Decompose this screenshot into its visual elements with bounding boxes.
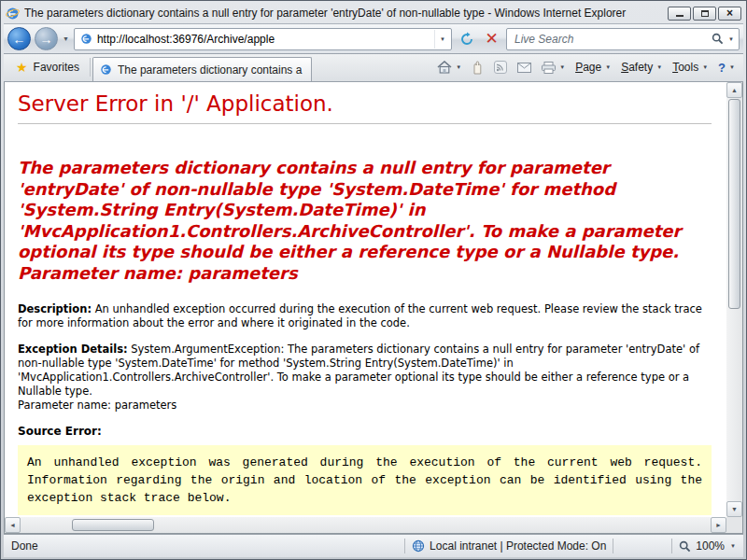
chevron-down-icon: ▼ — [456, 64, 461, 70]
maximize-button[interactable] — [693, 7, 716, 21]
favorites-star-icon: ★ — [16, 61, 28, 74]
status-text: Done — [11, 539, 398, 553]
ie-window: The parameters dictionary contains a nul… — [0, 0, 747, 560]
tools-menu-button[interactable]: Tools ▼ — [668, 57, 712, 77]
window-title: The parameters dictionary contains a nul… — [24, 7, 663, 20]
forward-button[interactable]: → — [35, 27, 58, 50]
exception-details-section: Exception Details: System.ArgumentExcept… — [18, 343, 712, 413]
search-icon[interactable] — [712, 33, 724, 45]
minimize-icon — [676, 15, 684, 17]
chevron-down-icon: ▼ — [656, 64, 662, 70]
separator — [671, 539, 672, 553]
refresh-button[interactable] — [456, 28, 477, 50]
tab-ie-icon — [100, 63, 112, 76]
maximize-icon — [701, 10, 709, 17]
tools-menu-label: Tools — [672, 61, 698, 74]
read-mail-button[interactable] — [513, 57, 536, 77]
description-section: Description: An unhandled exception occu… — [18, 302, 712, 330]
safety-menu-button[interactable]: Safety ▼ — [616, 57, 667, 77]
browser-viewport: Server Error in '/' Application. The par… — [4, 82, 743, 534]
separator — [404, 539, 405, 553]
description-label: Description: — [18, 302, 92, 315]
forward-arrow-icon: → — [40, 32, 53, 47]
chevron-down-icon: ▼ — [559, 64, 565, 70]
scroll-down-button[interactable]: ▼ — [726, 501, 742, 517]
tab-title: The parameters dictionary contains a ... — [118, 63, 304, 77]
page-menu-button[interactable]: Page ▼ — [571, 57, 615, 77]
search-box[interactable]: Live Search ▼ — [506, 28, 740, 50]
navigation-bar: ← → ▼ http://localhost:36976/Archive/app… — [4, 23, 743, 54]
mail-icon — [517, 63, 531, 73]
rss-feed-icon — [494, 61, 507, 74]
address-bar[interactable]: http://localhost:36976/Archive/apple ▼ — [74, 28, 452, 50]
home-button[interactable]: ▼ — [432, 57, 466, 77]
scroll-up-icon: ▲ — [731, 87, 738, 93]
help-button[interactable]: ? ▼ — [713, 57, 740, 77]
page-title: Server Error in '/' Application. — [18, 91, 712, 116]
error-page: Server Error in '/' Application. The par… — [5, 82, 726, 517]
active-tab[interactable]: The parameters dictionary contains a ... — [92, 57, 312, 81]
scroll-left-icon: ◄ — [9, 522, 16, 528]
minimize-button[interactable] — [668, 7, 691, 21]
ie-logo-icon — [6, 7, 20, 21]
scroll-right-button[interactable]: ► — [711, 517, 726, 533]
security-zone[interactable]: Local intranet | Protected Mode: On — [412, 539, 606, 553]
title-divider — [18, 123, 712, 124]
separator — [613, 539, 613, 553]
exception-details-label: Exception Details: — [18, 343, 128, 356]
hand-icon — [472, 61, 484, 75]
home-icon — [437, 61, 452, 74]
close-icon: × — [726, 7, 733, 19]
hand-tool-button[interactable] — [467, 57, 488, 77]
address-dropdown-button[interactable]: ▼ — [434, 30, 449, 49]
zoom-level: 100% — [696, 539, 725, 553]
status-bar: Done Local intranet | Protected Mode: On… — [4, 534, 743, 557]
favorites-label: Favorites — [34, 61, 79, 74]
refresh-icon — [459, 32, 474, 47]
help-icon: ? — [718, 61, 726, 75]
title-bar: The parameters dictionary contains a nul… — [4, 3, 743, 23]
printer-icon — [542, 62, 556, 74]
description-text: An unhandled exception occurred during t… — [18, 302, 702, 329]
error-parameter-text: Parameter name: parameters — [18, 263, 712, 285]
command-bar: ▼ ▼ Page ▼ Safety ▼ — [432, 57, 740, 77]
address-input[interactable]: http://localhost:36976/Archive/apple — [97, 33, 430, 46]
separator — [90, 58, 91, 77]
search-input[interactable]: Live Search — [514, 33, 708, 46]
chevron-down-icon: ▼ — [605, 64, 611, 70]
exception-parameter-text: Parameter name: parameters — [18, 399, 176, 412]
search-dropdown-button[interactable]: ▼ — [728, 36, 734, 42]
favorites-button[interactable]: ★ Favorites — [7, 56, 88, 78]
print-button[interactable]: ▼ — [537, 57, 570, 77]
feeds-button[interactable] — [489, 57, 512, 77]
close-button[interactable]: × — [718, 7, 741, 21]
page-ie-icon — [80, 33, 92, 45]
scroll-right-icon: ► — [715, 522, 722, 528]
scroll-up-button[interactable]: ▲ — [726, 82, 742, 98]
window-controls: × — [668, 7, 741, 21]
vertical-scrollbar[interactable]: ▲ ▼ — [726, 82, 742, 517]
error-message: The parameters dictionary contains a nul… — [18, 158, 712, 284]
source-error-label: Source Error: — [18, 425, 712, 438]
scroll-left-button[interactable]: ◄ — [5, 517, 21, 533]
zoom-dropdown-icon[interactable]: ▼ — [730, 543, 736, 549]
horizontal-scroll-thumb[interactable] — [72, 519, 154, 531]
scroll-down-icon: ▼ — [731, 506, 738, 512]
chevron-down-icon: ▼ — [729, 64, 735, 70]
back-button[interactable]: ← — [7, 27, 31, 50]
error-message-text: The parameters dictionary contains a nul… — [18, 158, 712, 263]
stop-button[interactable]: ✕ — [481, 28, 502, 50]
history-dropdown-button[interactable]: ▼ — [62, 35, 70, 42]
chevron-down-icon: ▼ — [440, 36, 445, 42]
tab-bar: ★ Favorites The parameters dictionary co… — [4, 54, 743, 82]
zoom-control[interactable]: 100% ▼ — [679, 539, 736, 553]
stop-icon: ✕ — [485, 31, 498, 47]
chevron-down-icon: ▼ — [702, 64, 708, 70]
scrollbar-corner — [726, 517, 742, 533]
zoom-icon — [679, 540, 691, 553]
source-error-box: An unhandled exception was generated dur… — [18, 445, 712, 515]
vertical-scroll-thumb[interactable] — [728, 99, 740, 309]
horizontal-scrollbar[interactable]: ◄ ► — [5, 517, 726, 533]
globe-icon — [412, 539, 425, 553]
back-arrow-icon: ← — [13, 32, 26, 47]
